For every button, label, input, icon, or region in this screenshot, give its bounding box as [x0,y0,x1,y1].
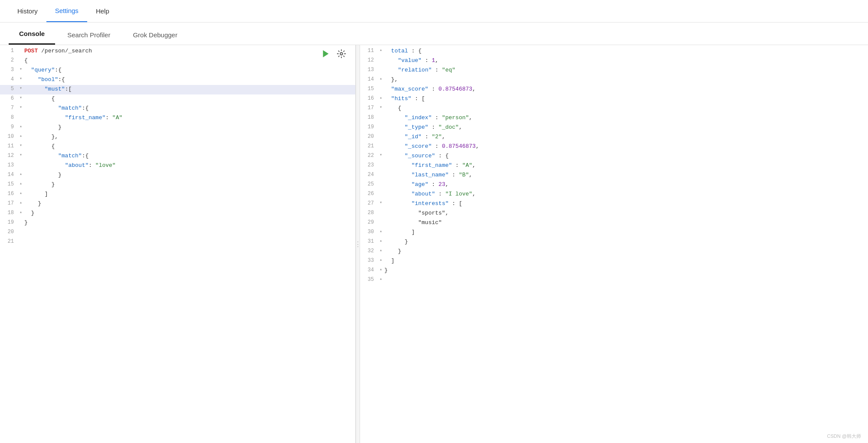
result-line: 31▴ } [360,238,868,247]
line-number: 28 [364,209,377,217]
line-content: } [24,123,352,132]
result-line: 15 "max_score" : 0.87546873, [360,85,868,94]
line-toggle[interactable]: ▴ [377,266,384,273]
result-line: 29 "music" [360,218,868,228]
line-number: 35 [364,276,377,284]
tab-console[interactable]: Console [9,24,55,45]
line-toggle[interactable]: ▴ [17,190,24,197]
editor-line: 1POST /person/_search [0,47,355,56]
editor-line: 6▾ { [0,94,355,104]
line-toggle[interactable]: ▾ [377,104,384,111]
line-content: "value" : 1, [384,56,865,65]
line-toggle[interactable]: ▾ [17,94,24,101]
editor-line: 5▾ "must":[ [0,85,355,94]
line-toggle[interactable]: ▾ [17,66,24,73]
line-number: 26 [364,190,377,198]
line-content: "bool":{ [24,75,352,85]
line-toggle[interactable]: ▾ [17,104,24,111]
editor-line: 3▾ "query":{ [0,66,355,75]
line-toggle[interactable]: ▴ [377,238,384,244]
result-line: 34▴} [360,266,868,276]
line-number: 16 [364,94,377,103]
line-content: "hits" : [ [384,94,865,104]
line-content: } [24,199,352,208]
line-content: } [384,247,865,256]
line-toggle[interactable]: ▴ [377,47,384,54]
svg-marker-0 [323,50,329,58]
line-number: 15 [364,85,377,93]
line-content: "relation" : "eq" [384,66,865,75]
line-number: 10 [3,133,17,141]
panel-divider[interactable]: ⋮ [356,45,360,443]
results-panel: 11▴ total : {12 "value" : 1,13 "relation… [360,45,868,443]
line-number: 19 [364,123,377,131]
line-content: } [24,218,352,228]
line-toggle[interactable]: ▴ [377,257,384,264]
line-toggle[interactable]: ▾ [17,152,24,159]
line-number: 23 [364,161,377,169]
result-line: 19 "_type" : "_doc", [360,123,868,133]
settings-button[interactable] [334,47,348,61]
editor-line: 12▾ "match":{ [0,152,355,161]
line-number: 13 [3,161,17,169]
result-line: 20 "_id" : "2", [360,133,868,142]
line-content: } [384,266,865,275]
editor-line: 7▾ "match":{ [0,104,355,114]
nav-settings[interactable]: Settings [46,0,87,22]
line-toggle[interactable]: ▾ [377,152,384,159]
code-editor[interactable]: 1POST /person/_search2{3▾ "query":{4▾ "b… [0,45,355,443]
line-number: 15 [3,180,17,189]
secondary-navigation: Console Search Profiler Grok Debugger [0,23,868,45]
editor-line: 21 [0,238,355,247]
line-number: 20 [364,133,377,141]
line-number: 4 [3,75,17,84]
line-toggle[interactable]: ▴ [17,209,24,216]
tab-grok-debugger[interactable]: Grok Debugger [122,25,188,45]
editor-line: 17▴ } [0,199,355,209]
line-toggle[interactable]: ▴ [17,123,24,130]
line-toggle[interactable]: ▾ [17,142,24,149]
result-line: 23 "first_name" : "A", [360,161,868,171]
line-number: 14 [3,171,17,179]
line-toggle[interactable]: ▴ [377,94,384,101]
line-toggle[interactable]: ▾ [377,199,384,206]
line-toggle[interactable]: ▴ [377,75,384,82]
line-toggle[interactable]: ▴ [377,247,384,254]
line-number: 18 [3,209,17,217]
line-number: 30 [364,228,377,236]
line-number: 20 [3,228,17,236]
line-content: { [24,56,352,65]
line-toggle[interactable]: ▴ [17,133,24,140]
line-content: "music" [384,218,865,228]
line-toggle[interactable]: ▴ [17,171,24,178]
line-number: 25 [364,180,377,189]
line-content: total : { [384,47,865,56]
tab-search-profiler[interactable]: Search Profiler [57,25,121,45]
run-button[interactable] [319,47,333,61]
result-line: 12 "value" : 1, [360,56,868,66]
nav-help[interactable]: Help [87,0,118,22]
nav-history[interactable]: History [9,0,46,22]
line-toggle[interactable]: ▴ [17,199,24,206]
line-number: 18 [364,114,377,122]
line-toggle[interactable]: ▴ [377,228,384,235]
editor-line: 13 "about": "love" [0,161,355,171]
line-toggle[interactable]: ▾ [17,85,24,92]
line-toggle[interactable]: ▴ [17,180,24,187]
line-content: "match":{ [24,152,352,161]
main-content: 1POST /person/_search2{3▾ "query":{4▾ "b… [0,45,868,443]
line-number: 11 [364,47,377,55]
result-line: 21 "_score" : 0.87546873, [360,142,868,152]
line-content: "_score" : 0.87546873, [384,142,865,151]
line-number: 17 [3,199,17,208]
line-content: "must":[ [24,85,352,94]
line-content: ] [384,257,865,266]
result-line: 28 "sports", [360,209,868,218]
line-toggle[interactable]: ▴ [377,276,384,283]
line-content: "_id" : "2", [384,133,865,142]
line-content: "query":{ [24,66,352,75]
line-number: 21 [364,142,377,150]
editor-panel: 1POST /person/_search2{3▾ "query":{4▾ "b… [0,45,356,443]
result-line: 24 "last_name" : "B", [360,171,868,180]
line-toggle[interactable]: ▾ [17,75,24,82]
